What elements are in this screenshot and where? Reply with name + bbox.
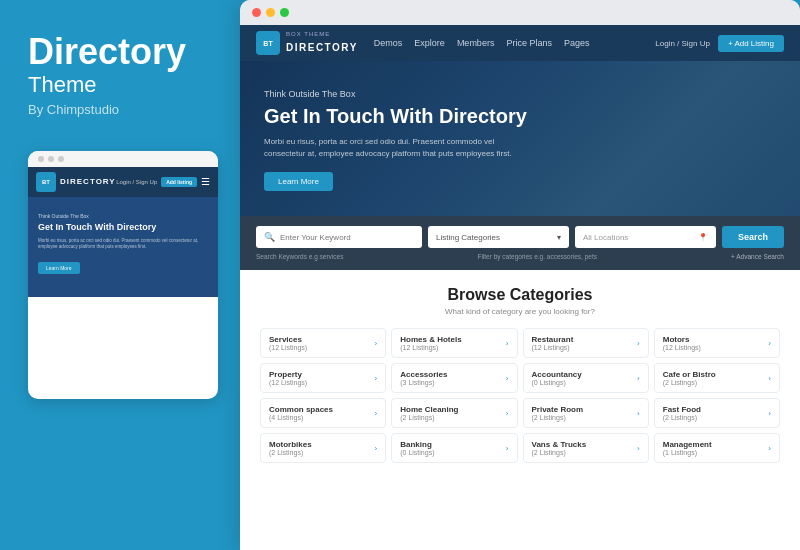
nav-link-members[interactable]: Members — [457, 38, 495, 48]
mobile-logo-icon: BT — [36, 172, 56, 192]
categories-subtitle: What kind of category are you looking fo… — [260, 307, 780, 316]
category-arrow-icon: › — [768, 339, 771, 348]
location-select[interactable]: All Locations 📍 — [575, 226, 716, 248]
search-bar-inputs: 🔍 Listing Categories ▾ All Locations 📍 S… — [256, 226, 784, 248]
category-name: Property — [269, 370, 307, 379]
mobile-logo: BT DIRECTORY — [36, 172, 116, 192]
category-arrow-icon: › — [637, 444, 640, 453]
product-title: Directory — [28, 32, 212, 72]
category-item[interactable]: Home Cleaning (2 Listings) › — [391, 398, 517, 428]
site-nav-right: Login / Sign Up + Add Listing — [655, 35, 784, 52]
category-count: (3 Listings) — [400, 379, 447, 386]
mobile-hero: Think Outside The Box Get In Touch With … — [28, 197, 218, 297]
category-item[interactable]: Accessories (3 Listings) › — [391, 363, 517, 393]
category-count: (2 Listings) — [663, 379, 716, 386]
category-count: (1 Listings) — [663, 449, 712, 456]
category-count: (4 Listings) — [269, 414, 333, 421]
categories-section: Browse Categories What kind of category … — [240, 270, 800, 479]
hero-subtitle: Think Outside The Box — [264, 89, 776, 99]
nav-link-price-plans[interactable]: Price Plans — [506, 38, 552, 48]
category-name: Motorbikes — [269, 440, 312, 449]
category-count: (2 Listings) — [663, 414, 701, 421]
category-item[interactable]: Restaurant (12 Listings) › — [523, 328, 649, 358]
category-arrow-icon: › — [506, 409, 509, 418]
category-arrow-icon: › — [375, 409, 378, 418]
mobile-nav-right: Login / Sign Up Add listing ☰ — [116, 176, 210, 187]
category-arrow-icon: › — [637, 339, 640, 348]
mobile-mockup: BT DIRECTORY Login / Sign Up Add listing… — [28, 151, 218, 399]
category-count: (12 Listings) — [400, 344, 461, 351]
category-arrow-icon: › — [506, 339, 509, 348]
product-byline: By Chimpstudio — [28, 102, 212, 117]
mobile-browser-chrome — [28, 151, 218, 167]
category-arrow-icon: › — [637, 409, 640, 418]
category-name: Accountancy — [532, 370, 582, 379]
category-item[interactable]: Motors (12 Listings) › — [654, 328, 780, 358]
mobile-hero-subtitle: Think Outside The Box — [38, 213, 208, 219]
category-name: Fast Food — [663, 405, 701, 414]
category-name: Private Room — [532, 405, 584, 414]
search-hints: Search Keywords e.g services Filter by c… — [256, 253, 784, 260]
category-name: Accessories — [400, 370, 447, 379]
hamburger-icon[interactable]: ☰ — [201, 176, 210, 187]
site-add-listing-button[interactable]: + Add Listing — [718, 35, 784, 52]
search-bar: 🔍 Listing Categories ▾ All Locations 📍 S… — [240, 216, 800, 270]
site-logo-text-wrap: BOX THEME DIRECTORY — [286, 31, 358, 55]
nav-link-pages[interactable]: Pages — [564, 38, 590, 48]
category-item[interactable]: Cafe or Bistro (2 Listings) › — [654, 363, 780, 393]
mobile-login[interactable]: Login / Sign Up — [116, 179, 157, 185]
category-count: (0 Listings) — [400, 449, 434, 456]
category-item[interactable]: Services (12 Listings) › — [260, 328, 386, 358]
category-arrow-icon: › — [375, 374, 378, 383]
category-item[interactable]: Banking (0 Listings) › — [391, 433, 517, 463]
category-item[interactable]: Property (12 Listings) › — [260, 363, 386, 393]
category-item[interactable]: Common spaces (4 Listings) › — [260, 398, 386, 428]
site-nav: BT BOX THEME DIRECTORY Demos Explore Mem… — [240, 25, 800, 61]
browser-dot-red[interactable] — [252, 8, 261, 17]
category-name: Services — [269, 335, 307, 344]
search-hint-left: Search Keywords e.g services — [256, 253, 343, 260]
nav-link-explore[interactable]: Explore — [414, 38, 445, 48]
browser-dot-yellow[interactable] — [266, 8, 275, 17]
category-count: (12 Listings) — [663, 344, 701, 351]
mobile-hero-title: Get In Touch With Directory — [38, 222, 208, 234]
search-input[interactable] — [280, 233, 414, 242]
category-item[interactable]: Motorbikes (2 Listings) › — [260, 433, 386, 463]
category-name: Management — [663, 440, 712, 449]
mobile-hero-text: Morbi eu risus, porta ac orci sed odio d… — [38, 238, 208, 251]
category-item[interactable]: Vans & Trucks (2 Listings) › — [523, 433, 649, 463]
category-item[interactable]: Fast Food (2 Listings) › — [654, 398, 780, 428]
site-logo: BT BOX THEME DIRECTORY — [256, 31, 358, 55]
category-count: (2 Listings) — [532, 449, 587, 456]
mobile-learn-more-button[interactable]: Learn More — [38, 262, 80, 274]
browser-chrome — [240, 0, 800, 25]
category-name: Home Cleaning — [400, 405, 458, 414]
categories-grid: Services (12 Listings) › Homes & Hotels … — [260, 328, 780, 463]
search-input-wrap[interactable]: 🔍 — [256, 226, 422, 248]
category-select[interactable]: Listing Categories ▾ — [428, 226, 569, 248]
search-button[interactable]: Search — [722, 226, 784, 248]
site-nav-links: Demos Explore Members Price Plans Pages — [374, 38, 655, 48]
category-name: Cafe or Bistro — [663, 370, 716, 379]
nav-link-demos[interactable]: Demos — [374, 38, 403, 48]
mobile-nav: BT DIRECTORY Login / Sign Up Add listing… — [28, 167, 218, 197]
category-item[interactable]: Homes & Hotels (12 Listings) › — [391, 328, 517, 358]
mobile-add-button[interactable]: Add listing — [161, 177, 197, 187]
category-item[interactable]: Accountancy (0 Listings) › — [523, 363, 649, 393]
category-arrow-icon: › — [637, 374, 640, 383]
hero-text: Morbi eu risus, porta ac orci sed odio d… — [264, 136, 524, 160]
category-arrow-icon: › — [375, 339, 378, 348]
hero-learn-more-button[interactable]: Learn More — [264, 172, 333, 191]
category-arrow-icon: › — [768, 444, 771, 453]
category-item[interactable]: Private Room (2 Listings) › — [523, 398, 649, 428]
category-count: (2 Listings) — [269, 449, 312, 456]
category-arrow-icon: › — [506, 374, 509, 383]
category-arrow-icon: › — [506, 444, 509, 453]
site-login-link[interactable]: Login / Sign Up — [655, 39, 710, 48]
browser-dot-green[interactable] — [280, 8, 289, 17]
search-hint-middle: Filter by categories e.g. accessories, p… — [477, 253, 597, 260]
category-item[interactable]: Management (1 Listings) › — [654, 433, 780, 463]
advance-search-link[interactable]: + Advance Search — [731, 253, 784, 260]
location-pin-icon: 📍 — [698, 233, 708, 242]
right-panel: BT BOX THEME DIRECTORY Demos Explore Mem… — [240, 0, 800, 550]
